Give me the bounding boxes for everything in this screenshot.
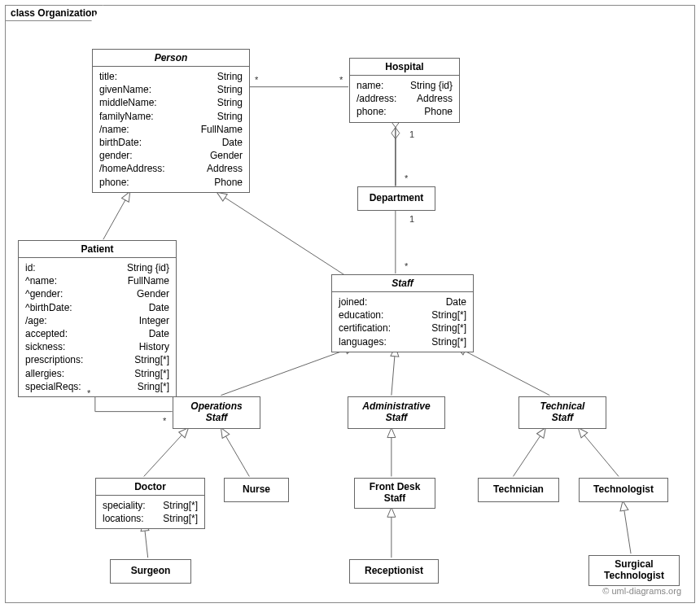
mult-person-hospital-right: *: [339, 75, 343, 85]
class-nurse: Nurse: [224, 478, 289, 502]
class-administrative-staff-title: Administrative Staff: [348, 397, 444, 426]
class-department: Department: [357, 186, 435, 211]
class-operations-staff: Operations Staff: [173, 396, 260, 429]
class-front-desk-staff-title: Front Desk Staff: [355, 479, 435, 506]
class-doctor-body: speciality:String[*] locations:String[*]: [96, 496, 204, 528]
class-front-desk-staff: Front Desk Staff: [354, 478, 435, 509]
class-person-body: title:String givenName:String middleName…: [93, 67, 249, 192]
class-surgical-technologist: Surgical Technologist: [588, 555, 680, 586]
outer-border: class Organization: [5, 5, 695, 603]
frame-label: class Organization: [5, 5, 103, 21]
watermark: © uml-diagrams.org: [602, 586, 681, 596]
mult-hospital-dept-bot: *: [405, 173, 408, 183]
class-hospital-title: Hospital: [350, 59, 459, 76]
class-technician-title: Technician: [479, 479, 558, 497]
class-surgeon-title: Surgeon: [111, 560, 190, 579]
class-patient-body: id:String {id} ^name:FullName ^gender:Ge…: [19, 258, 176, 396]
class-staff-body: joined:Date education:String[*] certific…: [332, 292, 473, 352]
class-staff: Staff joined:Date education:String[*] ce…: [331, 274, 474, 352]
diagram-frame: class Organization: [0, 0, 700, 608]
class-staff-title: Staff: [332, 275, 473, 292]
mult-dept-staff-bot: *: [405, 261, 408, 271]
class-hospital-body: name:String {id} /address:Address phone:…: [350, 76, 459, 122]
class-technologist-title: Technologist: [580, 479, 667, 497]
mult-person-hospital-left: *: [255, 75, 258, 85]
class-surgeon: Surgeon: [110, 559, 191, 584]
class-doctor-title: Doctor: [96, 479, 204, 496]
class-patient: Patient id:String {id} ^name:FullName ^g…: [18, 240, 177, 397]
class-department-title: Department: [358, 187, 435, 206]
class-surgical-technologist-title: Surgical Technologist: [589, 556, 679, 584]
mult-patient-ops-left: *: [87, 388, 90, 398]
class-patient-title: Patient: [19, 241, 176, 258]
class-person: Person title:String givenName:String mid…: [92, 49, 250, 193]
mult-hospital-dept-top: 1: [409, 129, 414, 139]
mult-dept-staff-top: 1: [409, 214, 414, 224]
class-technician: Technician: [478, 478, 559, 502]
class-nurse-title: Nurse: [225, 479, 288, 497]
class-technologist: Technologist: [579, 478, 668, 502]
class-person-title: Person: [93, 50, 249, 67]
class-receptionist-title: Receptionist: [350, 560, 438, 579]
class-administrative-staff: Administrative Staff: [348, 396, 445, 429]
class-technical-staff: Technical Staff: [518, 396, 606, 429]
class-hospital: Hospital name:String {id} /address:Addre…: [349, 58, 460, 123]
class-doctor: Doctor speciality:String[*] locations:St…: [95, 478, 205, 529]
class-operations-staff-title: Operations Staff: [173, 397, 260, 426]
mult-patient-ops-right: *: [163, 416, 166, 426]
class-technical-staff-title: Technical Staff: [519, 397, 606, 426]
class-receptionist: Receptionist: [349, 559, 439, 584]
